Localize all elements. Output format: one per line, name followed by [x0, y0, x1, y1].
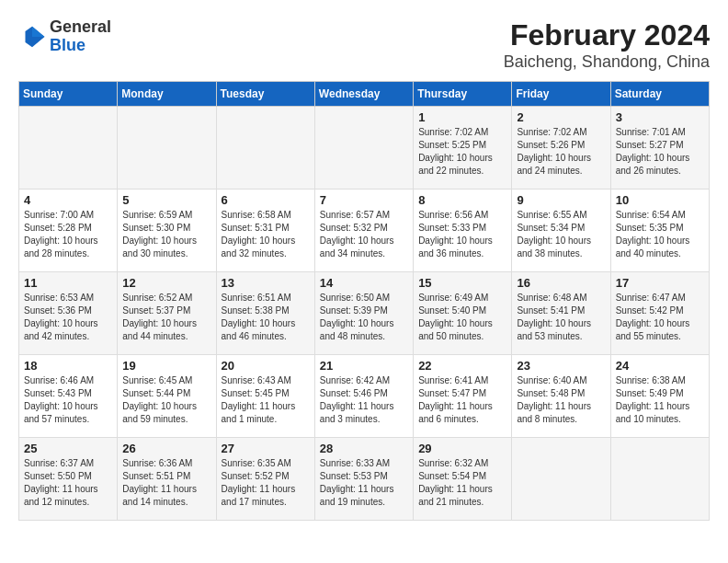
calendar-cell: 19Sunrise: 6:45 AM Sunset: 5:44 PM Dayli…: [118, 355, 216, 438]
cell-info-text: Sunrise: 6:53 AM Sunset: 5:36 PM Dayligh…: [24, 292, 112, 343]
header-friday: Friday: [512, 82, 610, 107]
calendar-cell: 11Sunrise: 6:53 AM Sunset: 5:36 PM Dayli…: [19, 272, 118, 355]
cell-date-number: 21: [320, 359, 408, 373]
cell-info-text: Sunrise: 6:55 AM Sunset: 5:34 PM Dayligh…: [517, 209, 605, 260]
cell-info-text: Sunrise: 7:00 AM Sunset: 5:28 PM Dayligh…: [24, 209, 112, 260]
calendar-cell: 20Sunrise: 6:43 AM Sunset: 5:45 PM Dayli…: [216, 355, 314, 438]
calendar-cell: 28Sunrise: 6:33 AM Sunset: 5:53 PM Dayli…: [314, 438, 413, 521]
cell-info-text: Sunrise: 6:47 AM Sunset: 5:42 PM Dayligh…: [616, 292, 704, 343]
cell-date-number: 2: [517, 110, 605, 124]
calendar-cell: 1Sunrise: 7:02 AM Sunset: 5:25 PM Daylig…: [414, 107, 512, 190]
cell-date-number: 8: [418, 193, 506, 207]
calendar-week-row: 18Sunrise: 6:46 AM Sunset: 5:43 PM Dayli…: [19, 355, 710, 438]
calendar-cell: 8Sunrise: 6:56 AM Sunset: 5:33 PM Daylig…: [414, 190, 512, 272]
cell-info-text: Sunrise: 6:40 AM Sunset: 5:48 PM Dayligh…: [517, 374, 605, 426]
logo: General Blue: [18, 18, 111, 55]
cell-info-text: Sunrise: 6:54 AM Sunset: 5:35 PM Dayligh…: [616, 209, 704, 260]
calendar-cell: [216, 107, 314, 190]
cell-date-number: 28: [320, 442, 408, 455]
header-monday: Monday: [118, 82, 216, 107]
cell-date-number: 19: [122, 359, 210, 373]
cell-info-text: Sunrise: 7:02 AM Sunset: 5:25 PM Dayligh…: [418, 126, 506, 178]
calendar-cell: 13Sunrise: 6:51 AM Sunset: 5:38 PM Dayli…: [216, 272, 314, 355]
calendar-cell: 26Sunrise: 6:36 AM Sunset: 5:51 PM Dayli…: [118, 438, 216, 521]
header-sunday: Sunday: [19, 82, 118, 107]
cell-info-text: Sunrise: 6:42 AM Sunset: 5:46 PM Dayligh…: [320, 374, 408, 426]
cell-info-text: Sunrise: 6:41 AM Sunset: 5:47 PM Dayligh…: [418, 374, 506, 426]
cell-info-text: Sunrise: 6:36 AM Sunset: 5:51 PM Dayligh…: [122, 457, 210, 509]
cell-date-number: 16: [517, 276, 605, 290]
cell-date-number: 15: [418, 276, 506, 290]
calendar-cell: 17Sunrise: 6:47 AM Sunset: 5:42 PM Dayli…: [610, 272, 709, 355]
calendar-cell: [19, 107, 118, 190]
svg-marker-1: [32, 27, 45, 37]
page-header: General Blue February 2024 Baicheng, Sha…: [18, 18, 710, 72]
cell-info-text: Sunrise: 7:01 AM Sunset: 5:27 PM Dayligh…: [616, 126, 704, 178]
cell-info-text: Sunrise: 6:49 AM Sunset: 5:40 PM Dayligh…: [418, 292, 506, 343]
cell-date-number: 29: [418, 442, 506, 455]
cell-date-number: 22: [418, 359, 506, 373]
cell-date-number: 26: [122, 442, 210, 455]
calendar-cell: 10Sunrise: 6:54 AM Sunset: 5:35 PM Dayli…: [610, 190, 709, 272]
header-saturday: Saturday: [610, 82, 709, 107]
calendar-cell: 2Sunrise: 7:02 AM Sunset: 5:26 PM Daylig…: [512, 107, 610, 190]
header-tuesday: Tuesday: [216, 82, 314, 107]
calendar-cell: [118, 107, 216, 190]
logo-icon: [18, 23, 46, 51]
calendar-cell: 4Sunrise: 7:00 AM Sunset: 5:28 PM Daylig…: [19, 190, 118, 272]
calendar-week-row: 4Sunrise: 7:00 AM Sunset: 5:28 PM Daylig…: [19, 190, 710, 272]
cell-info-text: Sunrise: 6:35 AM Sunset: 5:52 PM Dayligh…: [222, 457, 310, 509]
cell-date-number: 25: [24, 442, 112, 455]
calendar-cell: 23Sunrise: 6:40 AM Sunset: 5:48 PM Dayli…: [512, 355, 610, 438]
cell-date-number: 18: [24, 359, 112, 373]
cell-info-text: Sunrise: 6:45 AM Sunset: 5:44 PM Dayligh…: [122, 374, 210, 426]
calendar-cell: 6Sunrise: 6:58 AM Sunset: 5:31 PM Daylig…: [216, 190, 314, 272]
cell-date-number: 1: [418, 110, 506, 124]
calendar-cell: [512, 438, 610, 521]
cell-date-number: 6: [222, 193, 310, 207]
cell-date-number: 24: [616, 359, 704, 373]
calendar-week-row: 1Sunrise: 7:02 AM Sunset: 5:25 PM Daylig…: [19, 107, 710, 190]
cell-date-number: 23: [517, 359, 605, 373]
calendar-cell: 29Sunrise: 6:32 AM Sunset: 5:54 PM Dayli…: [414, 438, 512, 521]
cell-info-text: Sunrise: 6:52 AM Sunset: 5:37 PM Dayligh…: [122, 292, 210, 343]
cell-info-text: Sunrise: 6:38 AM Sunset: 5:49 PM Dayligh…: [616, 374, 704, 426]
cell-info-text: Sunrise: 6:33 AM Sunset: 5:53 PM Dayligh…: [320, 457, 408, 509]
calendar-header-row: SundayMondayTuesdayWednesdayThursdayFrid…: [19, 82, 710, 107]
cell-date-number: 13: [222, 276, 310, 290]
cell-date-number: 10: [616, 193, 704, 207]
cell-info-text: Sunrise: 6:48 AM Sunset: 5:41 PM Dayligh…: [517, 292, 605, 343]
calendar-cell: 7Sunrise: 6:57 AM Sunset: 5:32 PM Daylig…: [314, 190, 413, 272]
cell-date-number: 11: [24, 276, 112, 290]
calendar-cell: 25Sunrise: 6:37 AM Sunset: 5:50 PM Dayli…: [19, 438, 118, 521]
calendar-cell: 9Sunrise: 6:55 AM Sunset: 5:34 PM Daylig…: [512, 190, 610, 272]
cell-date-number: 17: [616, 276, 704, 290]
calendar-week-row: 25Sunrise: 6:37 AM Sunset: 5:50 PM Dayli…: [19, 438, 710, 521]
calendar-cell: [610, 438, 709, 521]
logo-general: General: [50, 17, 111, 36]
calendar-cell: 15Sunrise: 6:49 AM Sunset: 5:40 PM Dayli…: [414, 272, 512, 355]
cell-date-number: 7: [320, 193, 408, 207]
calendar-table: SundayMondayTuesdayWednesdayThursdayFrid…: [18, 81, 710, 521]
calendar-cell: 24Sunrise: 6:38 AM Sunset: 5:49 PM Dayli…: [610, 355, 709, 438]
cell-date-number: 3: [616, 110, 704, 124]
cell-info-text: Sunrise: 6:37 AM Sunset: 5:50 PM Dayligh…: [24, 457, 112, 509]
calendar-week-row: 11Sunrise: 6:53 AM Sunset: 5:36 PM Dayli…: [19, 272, 710, 355]
cell-info-text: Sunrise: 6:32 AM Sunset: 5:54 PM Dayligh…: [418, 457, 506, 509]
cell-info-text: Sunrise: 6:57 AM Sunset: 5:32 PM Dayligh…: [320, 209, 408, 260]
logo-blue: Blue: [50, 36, 85, 54]
calendar-cell: 16Sunrise: 6:48 AM Sunset: 5:41 PM Dayli…: [512, 272, 610, 355]
cell-info-text: Sunrise: 6:59 AM Sunset: 5:30 PM Dayligh…: [122, 209, 210, 260]
cell-date-number: 4: [24, 193, 112, 207]
cell-date-number: 14: [320, 276, 408, 290]
calendar-cell: [314, 107, 413, 190]
cell-info-text: Sunrise: 6:50 AM Sunset: 5:39 PM Dayligh…: [320, 292, 408, 343]
cell-date-number: 9: [517, 193, 605, 207]
calendar-cell: 22Sunrise: 6:41 AM Sunset: 5:47 PM Dayli…: [414, 355, 512, 438]
cell-date-number: 12: [122, 276, 210, 290]
cell-info-text: Sunrise: 6:56 AM Sunset: 5:33 PM Dayligh…: [418, 209, 506, 260]
cell-date-number: 20: [222, 359, 310, 373]
cell-date-number: 5: [122, 193, 210, 207]
calendar-cell: 14Sunrise: 6:50 AM Sunset: 5:39 PM Dayli…: [314, 272, 413, 355]
calendar-cell: 18Sunrise: 6:46 AM Sunset: 5:43 PM Dayli…: [19, 355, 118, 438]
